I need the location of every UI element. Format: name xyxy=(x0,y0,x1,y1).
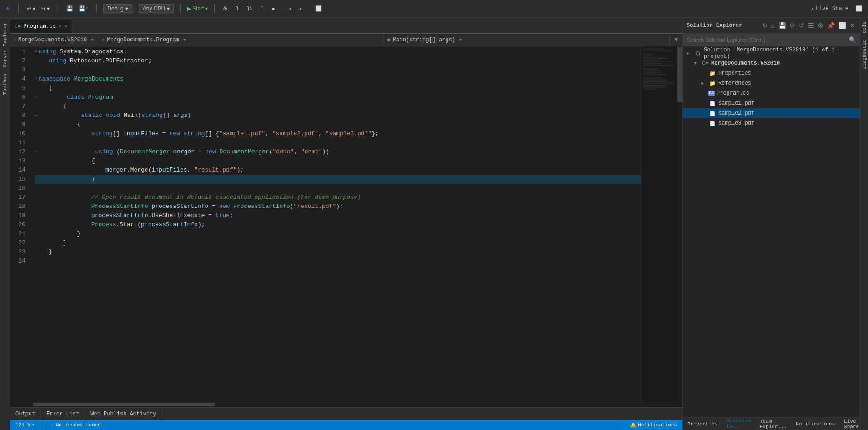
token-plain xyxy=(35,220,91,229)
references-arrow[interactable]: ▶ xyxy=(701,81,708,86)
cs-icon: C# xyxy=(708,91,715,96)
pdf1-icon: 📄 xyxy=(708,100,717,107)
se-reload-btn[interactable]: ↺ xyxy=(798,21,805,30)
program-cs-tab[interactable]: C# Program.cs ✕ ✕ xyxy=(10,19,72,33)
se-filter-btn[interactable]: ☰ xyxy=(807,21,815,30)
project-arrow[interactable]: ▼ xyxy=(694,61,701,66)
se-float-btn[interactable]: ⬜ xyxy=(838,21,847,30)
cpu-dropdown[interactable]: Any CPU ▾ xyxy=(139,4,174,13)
collapse-icon[interactable]: − xyxy=(35,75,38,84)
live-share-button[interactable]: ↗ Live Share xyxy=(811,5,848,12)
collapse-icon[interactable]: − xyxy=(35,111,38,120)
line-number-1: 1 xyxy=(10,47,28,56)
bell-icon: 🔔 xyxy=(630,422,637,428)
titlebar-left: ⚡ ↩ ▾ ↪ ▾ 💾 💾↑ Debug ▾ Any CPU ▾ ▶ Start… xyxy=(4,3,811,14)
se-settings-btn[interactable]: ⚙ xyxy=(817,21,824,30)
se-search-input[interactable] xyxy=(687,37,849,43)
solution-arrow[interactable]: ▶ xyxy=(687,51,694,56)
no-issues-item[interactable]: ✓ No issues found xyxy=(50,420,103,430)
horizontal-scrollbar[interactable] xyxy=(10,402,682,407)
vertical-scrollbar[interactable] xyxy=(677,46,682,402)
toolbox-tab[interactable]: Toolbox xyxy=(1,71,9,97)
programcs-arrow: ▶ xyxy=(701,91,708,96)
web-publish-tab[interactable]: Web Publish Activity xyxy=(85,408,162,420)
notifications-tab[interactable]: Notifications xyxy=(791,418,839,430)
se-home-btn[interactable]: ⌂ xyxy=(770,21,776,30)
se-close-btn[interactable]: ✕ xyxy=(849,21,856,30)
step-over-button[interactable]: ⤵ xyxy=(234,5,241,13)
scroll-thumb[interactable] xyxy=(677,47,682,102)
code-area[interactable]: −using System.Diagnostics; using Bytesco… xyxy=(33,46,641,402)
se-sync-btn[interactable]: ↻ xyxy=(761,21,768,30)
window-button[interactable]: ⬜ xyxy=(313,5,324,13)
tree-item-sample1[interactable]: ▶ 📄 sample1.pdf xyxy=(683,98,860,108)
main-layout: Server Explorer Toolbox C# Program.cs ✕ … xyxy=(0,18,868,430)
step-into-button[interactable]: ⤵↘ xyxy=(245,5,254,13)
line-number-10: 10 xyxy=(10,129,28,138)
collapse-icon[interactable]: − xyxy=(35,147,38,157)
debug-config-dropdown[interactable]: Debug ▾ xyxy=(103,4,132,13)
solution-ex-tab[interactable]: Solution Ex... xyxy=(722,418,755,430)
token-kw: static xyxy=(81,111,102,120)
expand-nav-button[interactable]: ▼ xyxy=(670,36,682,43)
attach-process-button[interactable]: ⚙ xyxy=(221,5,230,13)
tree-item-project[interactable]: ▼ C# MergeDocuments.VS2010 xyxy=(683,58,860,68)
tree-item-programcs[interactable]: ▶ C# Program.cs xyxy=(683,88,860,98)
notifications-item[interactable]: 🔔 Notifications xyxy=(628,420,679,430)
tab-close-button[interactable]: ✕ xyxy=(64,23,67,29)
tree-item-solution[interactable]: ▶ ⬡ Solution 'MergeDocuments.VS2010' (1 … xyxy=(683,48,860,58)
references-label: References xyxy=(718,80,751,86)
se-save-btn[interactable]: 💾 xyxy=(778,21,787,30)
token-plain xyxy=(35,211,91,220)
undo-button[interactable]: ↩ ▾ xyxy=(25,5,37,13)
redo-button[interactable]: ↪ ▾ xyxy=(39,5,51,13)
vs-icon[interactable]: ⚡ xyxy=(4,3,12,14)
tree-item-references[interactable]: ▶ 📁 References xyxy=(683,78,860,88)
sep4 xyxy=(180,4,181,13)
nav-back-button[interactable]: ⟵ xyxy=(297,5,309,13)
breakpoint-button[interactable]: ● xyxy=(270,5,276,13)
class-arrow: ▾ xyxy=(183,36,186,43)
minimap-line-16 xyxy=(643,76,652,77)
sample3-label: sample3.pdf xyxy=(718,120,754,126)
save-button[interactable]: 💾 xyxy=(65,5,75,13)
se-pin-btn[interactable]: 📌 xyxy=(826,21,836,30)
start-button[interactable]: ▶ Start ▾ xyxy=(187,5,208,12)
server-explorer-tab[interactable]: Server Explorer xyxy=(1,20,9,70)
team-explorer-tab[interactable]: Team Explor... xyxy=(755,418,791,430)
h-scroll-thumb[interactable] xyxy=(33,403,215,406)
tree-item-sample2[interactable]: ▶ 📄 sample2.pdf xyxy=(683,108,860,118)
properties-tab[interactable]: Properties xyxy=(683,418,722,430)
code-line-7: { xyxy=(35,102,641,111)
token-type: Program xyxy=(88,93,113,102)
collapse-icon[interactable]: − xyxy=(35,47,38,56)
token-var-name: inputFiles xyxy=(123,129,159,138)
class-dropdown[interactable]: ⚡ MergeDocuments.Program ▾ xyxy=(98,34,384,46)
zoom-value: 121 % xyxy=(15,422,30,428)
code-line-20: Process.Start(processStartInfo); xyxy=(35,220,641,229)
token-type: DocumentMerger xyxy=(220,147,269,157)
tree-item-properties[interactable]: ▶ 📁 Properties xyxy=(683,68,860,78)
collapse-icon[interactable]: − xyxy=(35,93,38,102)
maximize-button[interactable]: ⬜ xyxy=(854,5,864,13)
error-list-tab[interactable]: Error List xyxy=(41,408,85,420)
diagnostics-sidebar[interactable]: Diagnostic Tools xyxy=(860,18,868,430)
zoom-item[interactable]: 121 % ▾ xyxy=(14,420,36,430)
namespace-dropdown[interactable]: ⚡ MergeDocuments.VS2010 ▾ xyxy=(10,34,98,46)
sep3 xyxy=(96,4,97,13)
token-plain: , xyxy=(187,166,195,175)
tree-item-sample3[interactable]: ▶ 📄 sample3.pdf xyxy=(683,118,860,128)
token-plain: ( xyxy=(137,220,141,229)
token-str: "sample2.pdf" xyxy=(272,129,318,138)
se-refresh-btn[interactable]: ⟳ xyxy=(789,21,796,30)
step-out-button[interactable]: ⤴ xyxy=(259,5,265,13)
nav-forward-button[interactable]: ⟶ xyxy=(281,5,293,13)
save-all-button[interactable]: 💾↑ xyxy=(77,5,90,13)
se-search-box[interactable]: 🔍 xyxy=(683,34,860,46)
properties-arrow[interactable]: ▶ xyxy=(701,71,708,76)
method-dropdown[interactable]: ⚙ Main(string[] args) ▾ xyxy=(384,34,670,46)
minimap-line-23 xyxy=(643,88,657,90)
output-tab[interactable]: Output xyxy=(10,408,41,420)
token-plain: ( xyxy=(113,147,120,157)
line-number-22: 22 xyxy=(10,238,28,248)
